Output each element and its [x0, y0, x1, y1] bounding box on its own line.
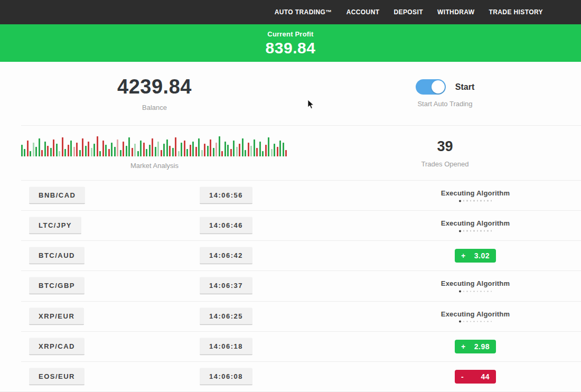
market-bar: [88, 142, 89, 156]
market-bar: [248, 143, 249, 156]
progress-dot: [484, 321, 485, 322]
divider-mask: [0, 210, 21, 211]
loss-chip: -44: [455, 370, 496, 384]
balance-label: Balance: [142, 104, 167, 111]
market-bar: [59, 151, 60, 156]
market-bar: [181, 143, 182, 156]
market-bar: [114, 147, 116, 156]
market-bar: [201, 150, 203, 156]
market-bar: [221, 151, 223, 156]
trade-row: BTC/AUD 14:06:42 +3.02: [0, 240, 581, 270]
divider-mask: [0, 331, 21, 332]
time-chip: 14:06:46: [200, 217, 252, 235]
divider-mask: [0, 180, 21, 181]
progress-dot: [463, 291, 465, 292]
market-bar: [277, 147, 278, 156]
market-bar: [68, 145, 69, 156]
market-bar: [224, 142, 226, 156]
progress-dots: [458, 230, 493, 232]
pair-chip: LTC/JPY: [29, 217, 81, 235]
nav-item-deposit[interactable]: DEPOSIT: [393, 8, 423, 16]
progress-dot: [480, 291, 482, 292]
pair-chip: EOS/EUR: [29, 368, 85, 385]
market-bar: [79, 150, 81, 156]
status-cell: +2.98: [391, 340, 560, 353]
result-value: 44: [481, 372, 490, 381]
market-bar: [163, 144, 165, 156]
progress-dot: [491, 321, 492, 322]
market-bar: [227, 145, 229, 156]
market-bar: [271, 149, 273, 156]
market-bar: [111, 143, 113, 156]
pair-chip: BTC/GBP: [29, 277, 85, 295]
nav-item-account[interactable]: ACCOUNT: [346, 8, 380, 16]
time-chip: 14:06:08: [200, 368, 252, 385]
market-bar: [178, 151, 180, 156]
market-bar: [279, 141, 281, 156]
market-bar: [35, 147, 37, 156]
nav-item-trade-history[interactable]: TRADE HISTORY: [489, 8, 543, 16]
market-bar: [250, 146, 252, 156]
progress-dot: [466, 230, 468, 232]
market-bar: [259, 142, 261, 156]
market-bar: [44, 142, 46, 156]
trade-row: LTC/JPY 14:06:46 Executing Algorithm: [0, 210, 581, 240]
current-profit-banner: Current Profit 839.84: [0, 24, 581, 62]
profit-chip: +2.98: [455, 340, 496, 353]
market-bar: [186, 149, 188, 156]
progress-dot: [484, 291, 485, 292]
market-bar: [283, 143, 284, 156]
market-bar: [47, 146, 49, 156]
current-profit-value: 839.84: [0, 39, 581, 57]
market-bar: [64, 149, 66, 156]
status-cell: Executing Algorithm: [391, 279, 560, 293]
market-bar: [262, 151, 264, 156]
market-bar: [99, 151, 101, 156]
current-profit-label: Current Profit: [0, 30, 581, 38]
market-bar: [134, 144, 136, 156]
divider-mask: [0, 270, 21, 271]
progress-dot: [473, 230, 475, 232]
market-bar: [207, 146, 209, 156]
market-bar: [215, 143, 217, 156]
progress-dot: [487, 230, 489, 232]
result-value: 3.02: [474, 251, 490, 260]
progress-dot: [466, 200, 468, 202]
nav-item-auto-trading[interactable]: AUTO TRADING™: [275, 8, 332, 16]
progress-dot: [477, 321, 479, 322]
market-bar: [140, 141, 142, 156]
progress-dot: [470, 200, 472, 202]
market-bar: [268, 137, 269, 156]
auto-trading-toggle[interactable]: [416, 79, 446, 95]
nav-item-withdraw[interactable]: WITHDRAW: [437, 8, 475, 16]
market-bar: [155, 147, 156, 156]
progress-dot: [473, 200, 475, 202]
executing-algorithm-label: Executing Algorithm: [441, 219, 510, 227]
market-bar: [210, 139, 211, 156]
pair-chip: BNB/CAD: [29, 187, 85, 204]
market-bar: [265, 145, 267, 156]
market-bar: [108, 149, 110, 156]
market-bar: [143, 143, 145, 156]
result-sign: +: [461, 251, 466, 260]
divider-mask: [0, 301, 21, 302]
time-chip: 14:06:25: [200, 307, 252, 325]
market-bar: [190, 145, 191, 156]
executing-algorithm-label: Executing Algorithm: [441, 310, 510, 318]
progress-dot: [459, 290, 461, 292]
progress-dot: [473, 321, 475, 322]
result-sign: -: [461, 372, 464, 381]
market-bar: [27, 141, 29, 156]
progress-dot: [470, 230, 472, 232]
market-bar: [53, 139, 54, 156]
market-bar: [30, 151, 31, 156]
market-bar: [274, 144, 275, 156]
toggle-sublabel: Start Auto Trading: [417, 100, 472, 108]
market-bar: [146, 149, 147, 156]
balance-section: 4239.84 Balance Start Start Auto Trading: [0, 62, 581, 125]
trade-row: XRP/EUR 14:06:25 Executing Algorithm: [0, 301, 581, 331]
progress-dot: [463, 230, 465, 232]
progress-dot: [477, 200, 479, 202]
market-bar: [50, 148, 52, 156]
market-bar: [102, 141, 104, 156]
